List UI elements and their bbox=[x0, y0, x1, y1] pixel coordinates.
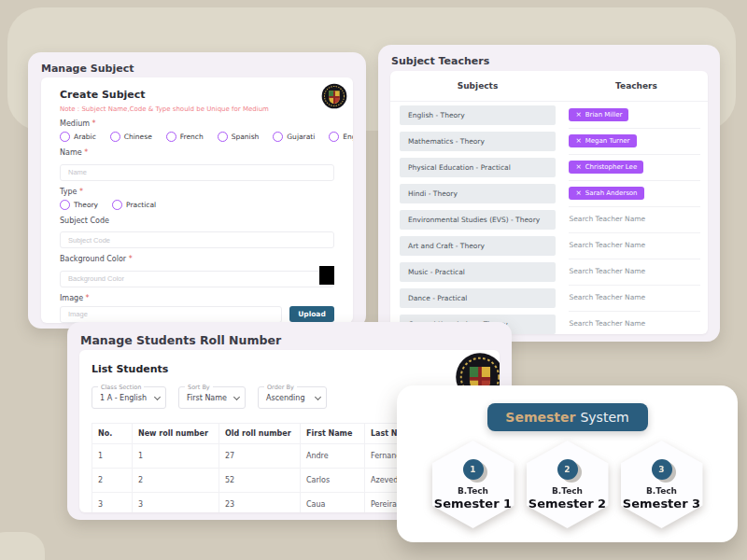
teacher-cell: ×Megan Turner bbox=[569, 128, 700, 155]
table-cell: 2 bbox=[133, 469, 219, 493]
close-icon[interactable]: × bbox=[575, 163, 581, 171]
teacher-tag[interactable]: ×Megan Turner bbox=[569, 134, 636, 147]
semester-hex-3[interactable]: 3B.TechSemester 3 bbox=[621, 441, 703, 528]
filter-order-by[interactable]: Order ByAscending bbox=[258, 386, 327, 409]
close-icon[interactable]: × bbox=[575, 137, 581, 145]
medium-option-english[interactable]: English bbox=[329, 132, 353, 142]
medium-option-arabic[interactable]: Arabic bbox=[60, 132, 96, 142]
filter-class-section[interactable]: Class Section1 A - English bbox=[92, 386, 166, 409]
hexagon-shape: 2B.TechSemester 2 bbox=[527, 441, 609, 528]
subject-code-input[interactable] bbox=[60, 231, 334, 248]
semester-system-button[interactable]: Semester System bbox=[487, 403, 648, 431]
table-cell: 52 bbox=[219, 469, 301, 493]
image-input[interactable] bbox=[60, 306, 282, 323]
chevron-down-icon bbox=[233, 394, 240, 400]
radio-icon bbox=[60, 132, 70, 142]
medium-label: Medium * bbox=[60, 119, 334, 128]
color-swatch[interactable] bbox=[319, 266, 334, 285]
semester-hex-2[interactable]: 2B.TechSemester 2 bbox=[527, 441, 609, 528]
filter-label: Class Section bbox=[98, 384, 144, 391]
semester-label: Semester 3 bbox=[623, 497, 700, 511]
type-option-label: Theory bbox=[74, 201, 98, 209]
table-cell: 23 bbox=[219, 493, 301, 513]
teacher-search-input[interactable]: Search Teacher Name bbox=[569, 267, 645, 275]
hexagon-shape: 1B.TechSemester 1 bbox=[432, 441, 514, 528]
type-option-theory[interactable]: Theory bbox=[60, 200, 98, 210]
subject-code-label: Subject Code bbox=[60, 217, 334, 225]
filter-sort-by[interactable]: Sort ByFirst Name bbox=[178, 386, 246, 409]
teacher-tag[interactable]: ×Brian Miller bbox=[569, 108, 628, 121]
teacher-search-input[interactable]: Search Teacher Name bbox=[569, 293, 645, 301]
subject-teacher-row: Dance - PracticalSearch Teacher Name bbox=[390, 285, 708, 311]
chevron-down-icon bbox=[154, 394, 161, 400]
teacher-cell: ×Christopher Lee bbox=[569, 154, 700, 181]
medium-option-spanish[interactable]: Spanish bbox=[218, 132, 260, 142]
required-asterisk: * bbox=[79, 188, 83, 196]
semester-title-light: System bbox=[580, 410, 628, 425]
upload-button[interactable]: Upload bbox=[289, 306, 334, 322]
close-icon[interactable]: × bbox=[575, 111, 581, 119]
teacher-search-input[interactable]: Search Teacher Name bbox=[569, 319, 645, 328]
medium-option-label: English bbox=[343, 133, 353, 141]
background-color-input[interactable] bbox=[60, 271, 334, 287]
teacher-cell: ×Sarah Anderson bbox=[569, 180, 700, 207]
subject-teacher-row: Music - PracticalSearch Teacher Name bbox=[390, 259, 708, 285]
column-header-no: No. bbox=[92, 424, 133, 444]
table-cell: 3 bbox=[133, 493, 219, 513]
filter-label: Order By bbox=[264, 384, 297, 391]
teacher-cell: Search Teacher Name bbox=[569, 285, 700, 312]
radio-icon bbox=[60, 200, 70, 210]
subject-teacher-row: Art and Craft - TheorySearch Teacher Nam… bbox=[390, 232, 708, 259]
semester-hex-row: 1B.TechSemester 12B.TechSemester 23B.Tec… bbox=[397, 441, 738, 528]
medium-option-french[interactable]: French bbox=[166, 132, 204, 142]
teacher-cell: Search Teacher Name bbox=[569, 311, 700, 335]
subject-name: Physical Education - Practical bbox=[400, 158, 556, 177]
semester-hex-1[interactable]: 1B.TechSemester 1 bbox=[432, 441, 514, 528]
teacher-tag[interactable]: ×Christopher Lee bbox=[569, 161, 643, 174]
program-label: B.Tech bbox=[552, 486, 583, 496]
name-input[interactable] bbox=[60, 164, 334, 181]
teacher-search-input[interactable]: Search Teacher Name bbox=[569, 215, 645, 223]
program-label: B.Tech bbox=[458, 486, 488, 496]
radio-icon bbox=[110, 132, 120, 142]
page-title: Subject Teachers bbox=[378, 45, 720, 73]
subject-teachers-panel: Subject Teachers Subjects Teachers Engli… bbox=[378, 45, 720, 342]
teacher-cell: ×Brian Miller bbox=[569, 102, 700, 129]
subject-teacher-row: Hindi - Theory×Sarah Anderson bbox=[390, 180, 708, 206]
background-corner-shape bbox=[0, 532, 45, 560]
medium-option-chinese[interactable]: Chinese bbox=[110, 132, 152, 142]
subject-name: Mathematics - Theory bbox=[400, 132, 556, 151]
column-header-new-roll-number: New roll number bbox=[133, 424, 219, 444]
radio-icon bbox=[329, 132, 339, 142]
radio-icon bbox=[112, 200, 122, 210]
column-header-subjects: Subjects bbox=[390, 81, 565, 91]
school-logo bbox=[321, 83, 347, 109]
form-note: Note : Subject Name,Code & Type should b… bbox=[60, 105, 334, 113]
medium-option-gujarati[interactable]: Gujarati bbox=[273, 132, 315, 142]
semester-title-bold: Semester bbox=[505, 410, 575, 425]
page-title: Manage Students Roll Number bbox=[67, 322, 512, 353]
medium-option-label: Gujarati bbox=[287, 133, 315, 141]
subject-teachers-card: Subjects Teachers English - Theory×Brian… bbox=[390, 71, 708, 334]
table-cell: Carlos bbox=[301, 469, 365, 493]
filter-label: Sort By bbox=[185, 384, 213, 391]
semester-number-badge: 3 bbox=[652, 459, 672, 480]
teacher-name: Megan Turner bbox=[585, 137, 630, 145]
medium-option-label: Arabic bbox=[74, 133, 96, 141]
semester-label: Semester 2 bbox=[529, 497, 606, 511]
type-option-practical[interactable]: Practical bbox=[112, 200, 156, 210]
teacher-tag[interactable]: ×Sarah Anderson bbox=[569, 187, 643, 200]
subject-name: Art and Craft - Theory bbox=[400, 236, 556, 256]
subject-name: English - Theory bbox=[400, 105, 556, 125]
program-label: B.Tech bbox=[646, 486, 677, 496]
teacher-search-input[interactable]: Search Teacher Name bbox=[569, 241, 645, 249]
table-cell: 1 bbox=[133, 444, 219, 469]
close-icon[interactable]: × bbox=[575, 189, 581, 197]
page-title: Manage Subject bbox=[28, 52, 366, 80]
required-asterisk: * bbox=[86, 294, 90, 302]
required-asterisk: * bbox=[92, 119, 96, 128]
medium-option-label: Spanish bbox=[232, 133, 260, 141]
image-label: Image * bbox=[60, 294, 334, 302]
semester-label: Semester 1 bbox=[434, 497, 512, 511]
form-heading: Create Subject bbox=[60, 89, 334, 101]
